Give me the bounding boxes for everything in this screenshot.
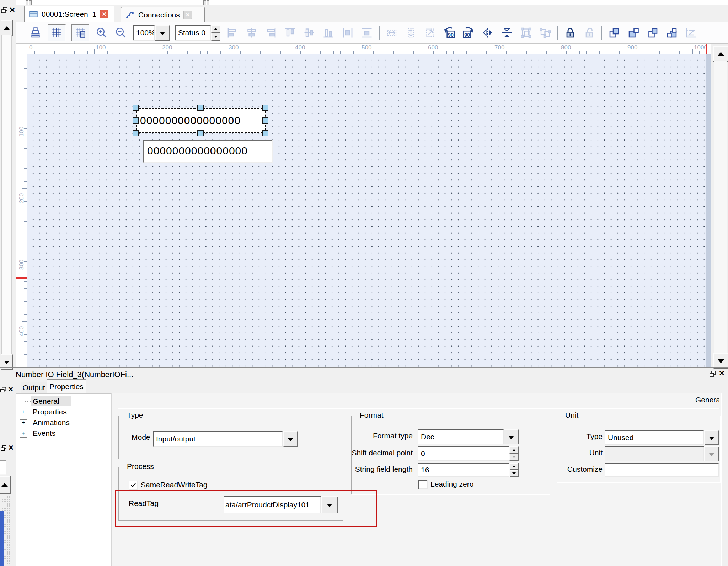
selection-handle-e[interactable] [262, 117, 268, 124]
selection-handle-ne[interactable] [262, 105, 268, 111]
application-window: ✕ ✕ ✕ 00001:Screen_1 ✕ Connections ✕ [0, 0, 728, 566]
send-backward-icon[interactable] [665, 26, 679, 40]
bring-forward-icon[interactable] [646, 26, 660, 40]
canvas-scroll-down-button[interactable] [713, 353, 728, 369]
divider [0, 441, 16, 441]
close-tab-icon[interactable]: ✕ [100, 10, 108, 18]
leading-zero-checkbox[interactable] [418, 480, 428, 489]
ruler-h-label: 300 [229, 44, 239, 51]
splitter-handle-icon[interactable] [26, 0, 28, 5]
same-read-write-tag-checkbox[interactable] [129, 481, 138, 490]
stamp-icon[interactable] [28, 26, 43, 40]
rotate-right-90-icon[interactable]: 90 [461, 26, 476, 40]
format-type-combo[interactable]: Dec [418, 429, 519, 444]
unlock-icon[interactable] [582, 26, 596, 40]
selection-handle-s[interactable] [197, 130, 204, 136]
grid-toggle-button[interactable] [48, 24, 66, 42]
splitter-handle-icon[interactable] [29, 0, 32, 5]
selection-handle-n[interactable] [197, 105, 204, 111]
float-window-icon[interactable] [0, 386, 6, 394]
spin-buttons[interactable] [509, 446, 519, 461]
group-process-label: Process [124, 462, 156, 471]
ungroup-icon[interactable] [538, 26, 552, 40]
number-io-field[interactable]: 0000000000000000 [143, 140, 273, 163]
bring-to-front-icon[interactable] [607, 26, 621, 40]
zoom-level-combo[interactable]: 100% [133, 25, 170, 41]
tab-output[interactable]: Output [21, 382, 47, 393]
expand-plus-icon[interactable]: + [20, 419, 27, 427]
splitter-handle-icon[interactable] [207, 0, 209, 5]
send-to-back-icon[interactable] [626, 26, 641, 40]
format-type-label: Format type [373, 432, 413, 440]
splitter-handle-icon[interactable] [203, 0, 206, 5]
tree-item-events[interactable]: Events [33, 429, 55, 438]
scroll-up-button[interactable] [1, 20, 13, 36]
spin-buttons[interactable] [509, 463, 519, 477]
canvas-scrollbar-track[interactable] [714, 61, 727, 353]
align-right-icon[interactable] [264, 26, 278, 40]
mode-combo[interactable]: Input/output [153, 431, 298, 447]
same-size-icon[interactable] [423, 26, 437, 40]
left-scroll-track[interactable] [1, 35, 12, 354]
ruler-v-label: 400 [18, 326, 25, 336]
ruler-vertical: 100200300400 [16, 54, 27, 368]
close-panel-icon[interactable]: ✕ [8, 385, 14, 393]
align-center-horizontal-icon[interactable] [245, 26, 259, 40]
scroll-up-button[interactable] [0, 476, 11, 494]
selection-handle-sw[interactable] [133, 130, 139, 136]
string-length-spinner[interactable]: 16 [418, 463, 519, 477]
flip-vertical-icon[interactable] [500, 26, 514, 40]
customize-input[interactable] [605, 463, 719, 477]
canvas-scroll-up-button[interactable] [713, 46, 728, 62]
expand-plus-icon[interactable]: + [20, 430, 27, 438]
close-panel-icon[interactable]: ✕ [8, 444, 14, 452]
chevron-down-icon[interactable] [504, 429, 519, 444]
status-spinner[interactable]: Status 0 [175, 25, 220, 41]
float-window-icon[interactable] [1, 6, 8, 15]
float-window-icon[interactable] [0, 445, 7, 453]
align-left-icon[interactable] [225, 26, 240, 40]
unit-type-combo[interactable]: Unused [605, 430, 719, 445]
same-width-icon[interactable] [385, 26, 399, 40]
expand-plus-icon[interactable]: + [20, 409, 27, 416]
selection-handle-nw[interactable] [133, 105, 139, 111]
status-spin-buttons[interactable] [211, 25, 220, 41]
tab-connections[interactable]: Connections ✕ [121, 7, 205, 22]
chevron-down-icon[interactable] [704, 430, 719, 445]
center-vertical-in-area-icon[interactable] [360, 26, 374, 40]
align-top-icon[interactable] [283, 26, 297, 40]
pane-scrollbar[interactable] [721, 393, 728, 566]
align-middle-vertical-icon[interactable] [302, 26, 316, 40]
close-tab-icon[interactable]: ✕ [183, 11, 192, 19]
zoom-in-icon[interactable] [95, 26, 109, 40]
snap-grid-button[interactable] [71, 24, 90, 42]
tree-item-animations[interactable]: Animations [33, 418, 70, 427]
tree-item-general[interactable]: General [33, 397, 59, 406]
design-canvas[interactable]: 0000000000000000 0000000000000000 [27, 54, 706, 368]
group-icon[interactable] [519, 26, 533, 40]
chevron-down-icon[interactable] [283, 431, 298, 447]
close-panel-icon[interactable]: ✕ [9, 6, 15, 14]
close-panel-icon[interactable]: ✕ [719, 369, 725, 377]
shift-decimal-spinner[interactable]: 0 [418, 446, 519, 461]
tab-properties[interactable]: Properties [47, 379, 86, 393]
flip-horizontal-icon[interactable] [481, 26, 495, 40]
float-window-icon[interactable] [709, 370, 717, 378]
center-horizontal-in-area-icon[interactable] [341, 26, 355, 40]
ruler-h-label: 800 [561, 44, 571, 51]
rotate-left-90-icon[interactable]: 90 [442, 26, 456, 40]
selection-handle-se[interactable] [262, 130, 268, 136]
align-bottom-icon[interactable] [321, 26, 336, 40]
tree-item-properties[interactable]: Properties [33, 408, 67, 416]
tab-order-icon[interactable] [684, 26, 698, 40]
clipped-input[interactable] [0, 460, 6, 475]
zoom-out-icon[interactable] [114, 26, 128, 40]
field-value: 0000000000000000 [137, 109, 265, 132]
annotation-highlight [115, 490, 377, 527]
selection-handle-w[interactable] [133, 117, 139, 124]
lock-icon[interactable] [563, 26, 577, 40]
tab-screen-1[interactable]: 00001:Screen_1 ✕ [24, 6, 114, 22]
tree-line [23, 401, 31, 402]
same-height-icon[interactable] [404, 26, 418, 40]
chevron-down-icon[interactable] [155, 25, 170, 41]
